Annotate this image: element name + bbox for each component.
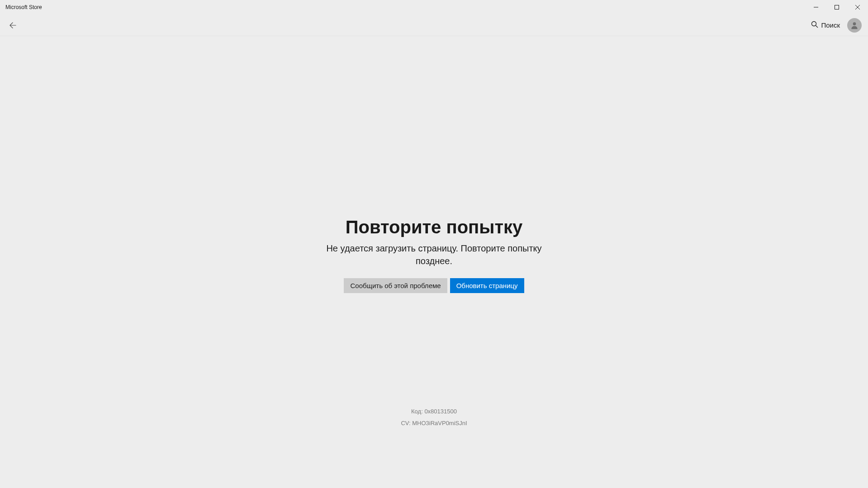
code-prefix: Код: (411, 408, 424, 415)
code-value: 0x80131500 (424, 408, 457, 415)
close-button[interactable] (847, 0, 868, 14)
titlebar: Microsoft Store (0, 0, 868, 14)
svg-rect-1 (835, 5, 839, 9)
minimize-icon (814, 5, 818, 9)
report-problem-button[interactable]: Сообщить об этой проблеме (344, 278, 447, 293)
error-cv-line: CV: MHO3iRaVP0miSJnI (0, 418, 868, 428)
minimize-button[interactable] (806, 0, 826, 14)
avatar[interactable] (847, 18, 862, 33)
svg-point-6 (853, 22, 856, 25)
search-icon (811, 21, 818, 30)
button-row: Сообщить об этой проблеме Обновить стран… (344, 278, 524, 293)
error-title: Повторите попытку (346, 217, 522, 237)
back-button[interactable] (4, 16, 22, 34)
window-controls (806, 0, 868, 14)
close-icon (855, 5, 860, 9)
search-label: Поиск (821, 21, 840, 29)
search-button[interactable]: Поиск (807, 19, 844, 32)
person-icon (850, 21, 859, 30)
cv-prefix: CV: (401, 420, 412, 426)
svg-point-4 (812, 21, 816, 26)
maximize-icon (835, 5, 839, 9)
cv-value: MHO3iRaVP0miSJnI (412, 420, 467, 426)
window-title: Microsoft Store (5, 4, 42, 10)
toolbar-right: Поиск (807, 18, 864, 33)
error-message: Не удается загрузить страницу. Повторите… (317, 242, 552, 267)
maximize-button[interactable] (826, 0, 847, 14)
back-arrow-icon (9, 22, 16, 29)
footer-info: Код: 0x80131500 CV: MHO3iRaVP0miSJnI (0, 406, 868, 429)
error-code-line: Код: 0x80131500 (0, 406, 868, 417)
toolbar: Поиск (0, 14, 868, 36)
refresh-page-button[interactable]: Обновить страницу (450, 278, 524, 293)
svg-line-5 (816, 25, 818, 28)
